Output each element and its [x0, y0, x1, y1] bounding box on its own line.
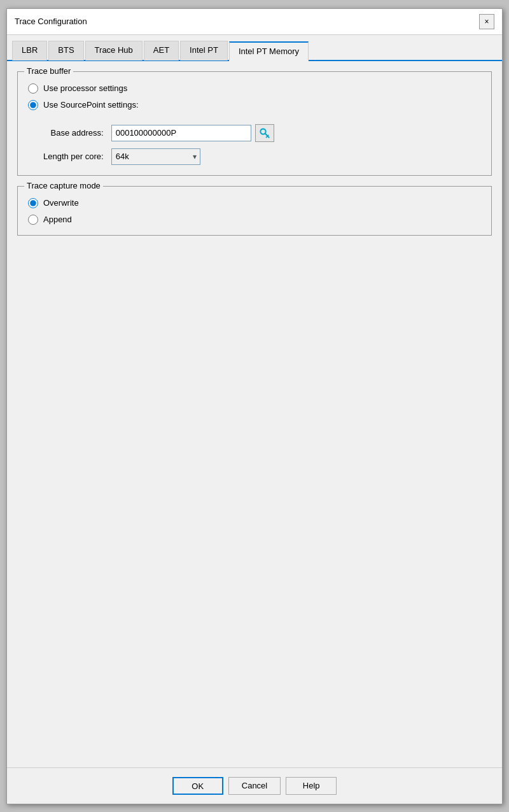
- base-address-picker-button[interactable]: [255, 124, 274, 142]
- trace-buffer-options: Use processor settings Use SourcePoint s…: [28, 83, 481, 165]
- overwrite-radio[interactable]: [28, 198, 38, 208]
- tab-intel-pt[interactable]: Intel PT: [180, 41, 228, 61]
- processor-settings-label: Use processor settings: [43, 83, 127, 93]
- base-address-row: [111, 124, 481, 142]
- trace-capture-options: Overwrite Append: [28, 198, 481, 225]
- tab-bts[interactable]: BTS: [48, 41, 83, 61]
- dialog-title: Trace Configuration: [15, 17, 87, 26]
- key-icon: [258, 127, 271, 139]
- sourcepoint-settings-label: Use SourcePoint settings:: [43, 100, 139, 110]
- length-per-core-label: Length per core:: [43, 152, 104, 161]
- sourcepoint-settings-option[interactable]: Use SourcePoint settings:: [28, 100, 481, 110]
- svg-line-3: [267, 135, 268, 136]
- close-button[interactable]: ×: [479, 14, 494, 29]
- trace-buffer-group: Trace buffer Use processor settings Use …: [17, 71, 492, 176]
- length-per-core-wrapper: 64k 128k 256k 512k 1M 2M: [111, 148, 200, 165]
- append-option[interactable]: Append: [28, 215, 481, 225]
- base-address-label: Base address:: [43, 128, 104, 138]
- tab-lbr[interactable]: LBR: [12, 41, 47, 61]
- overwrite-label: Overwrite: [43, 198, 79, 208]
- length-per-core-row: 64k 128k 256k 512k 1M 2M: [111, 148, 481, 165]
- processor-settings-radio[interactable]: [28, 83, 38, 94]
- cancel-button[interactable]: Cancel: [228, 777, 281, 795]
- tab-trace-hub[interactable]: Trace Hub: [85, 41, 143, 61]
- append-label: Append: [43, 215, 72, 224]
- tab-content: Trace buffer Use processor settings Use …: [7, 61, 502, 767]
- sourcepoint-settings-radio[interactable]: [28, 100, 38, 110]
- base-address-input[interactable]: [111, 125, 251, 141]
- trace-capture-group: Trace capture mode Overwrite Append: [17, 186, 492, 236]
- tab-intel-pt-memory[interactable]: Intel PT Memory: [229, 41, 309, 61]
- ok-button[interactable]: OK: [172, 777, 223, 795]
- length-per-core-select[interactable]: 64k 128k 256k 512k 1M 2M: [111, 148, 200, 165]
- sourcepoint-settings-grid: Base address: Lengt: [43, 124, 481, 165]
- trace-buffer-title: Trace buffer: [24, 66, 73, 76]
- append-radio[interactable]: [28, 215, 38, 225]
- content-spacer: [17, 246, 492, 757]
- button-bar: OK Cancel Help: [7, 767, 502, 804]
- title-bar: Trace Configuration ×: [7, 9, 502, 35]
- trace-capture-title: Trace capture mode: [24, 181, 103, 190]
- help-button[interactable]: Help: [286, 777, 337, 795]
- processor-settings-option[interactable]: Use processor settings: [28, 83, 481, 94]
- tab-bar: LBR BTS Trace Hub AET Intel PT Intel PT …: [7, 35, 502, 61]
- trace-configuration-dialog: Trace Configuration × LBR BTS Trace Hub …: [6, 8, 503, 804]
- overwrite-option[interactable]: Overwrite: [28, 198, 481, 208]
- tab-aet[interactable]: AET: [144, 41, 179, 61]
